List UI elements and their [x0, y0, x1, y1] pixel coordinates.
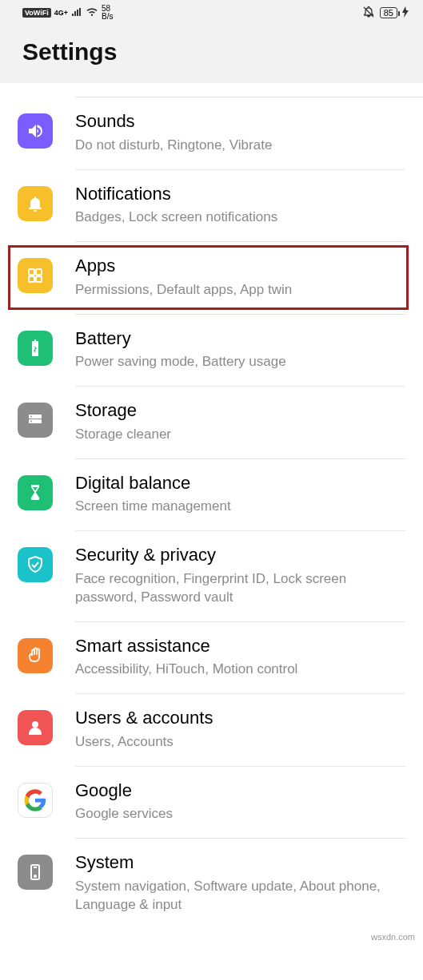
- row-subtitle: Permissions, Default apps, App twin: [75, 281, 405, 300]
- network-speed: 58B/s: [102, 5, 113, 21]
- sounds-icon: [18, 113, 53, 149]
- row-subtitle: Users, Accounts: [75, 733, 405, 752]
- svg-rect-3: [36, 276, 42, 282]
- partial-row-top: [75, 83, 423, 97]
- row-title: Security & privacy: [75, 544, 405, 567]
- row-digital-balance[interactable]: Digital balance Screen time management: [0, 459, 423, 532]
- signal-icon: [71, 7, 82, 19]
- svg-point-7: [30, 421, 32, 423]
- svg-rect-1: [36, 269, 42, 275]
- row-title: Sounds: [75, 110, 405, 133]
- row-subtitle: Face recognition, Fingerprint ID, Lock s…: [75, 570, 405, 607]
- watermark: wsxdn.com: [0, 929, 423, 946]
- status-left: VoWiFi 4G+ 58B/s: [22, 5, 113, 21]
- settings-header: Settings: [0, 22, 423, 83]
- row-title: Digital balance: [75, 472, 405, 495]
- row-battery[interactable]: Battery Power saving mode, Battery usage: [0, 315, 423, 387]
- row-notifications[interactable]: Notifications Badges, Lock screen notifi…: [0, 170, 423, 243]
- system-icon: [18, 855, 53, 890]
- row-security[interactable]: Security & privacy Face recognition, Fin…: [0, 531, 423, 621]
- notifications-icon: [18, 186, 53, 221]
- row-subtitle: Do not disturb, Ringtone, Vibrate: [75, 137, 405, 155]
- row-title: Smart assistance: [75, 635, 405, 658]
- row-users[interactable]: Users & accounts Users, Accounts: [0, 694, 423, 767]
- charging-icon: [402, 6, 409, 20]
- svg-point-8: [32, 721, 38, 728]
- status-right: 85: [362, 6, 409, 21]
- google-icon: [18, 783, 53, 818]
- dnd-icon: [362, 6, 375, 21]
- row-apps[interactable]: Apps Permissions, Default apps, App twin: [0, 242, 423, 315]
- wifi-icon: [86, 7, 98, 19]
- battery-indicator: 85: [380, 7, 397, 18]
- user-icon: [18, 710, 53, 745]
- vowifi-badge: VoWiFi: [22, 8, 51, 18]
- row-subtitle: Google services: [75, 805, 405, 823]
- row-subtitle: Screen time management: [75, 498, 405, 516]
- row-title: Google: [75, 780, 405, 803]
- row-system[interactable]: System System navigation, Software updat…: [0, 839, 423, 928]
- row-title: Notifications: [75, 183, 405, 206]
- row-subtitle: Storage cleaner: [75, 426, 405, 444]
- network-type: 4G+: [54, 9, 68, 17]
- row-title: Apps: [75, 255, 405, 278]
- row-subtitle: Badges, Lock screen notifications: [75, 208, 405, 227]
- row-google[interactable]: Google Google services: [0, 767, 423, 839]
- storage-icon: [18, 403, 53, 438]
- row-title: Battery: [75, 327, 405, 351]
- page-title: Settings: [22, 38, 401, 65]
- apps-icon: [18, 258, 53, 293]
- hand-icon: [18, 638, 53, 673]
- row-subtitle: Accessibility, HiTouch, Motion control: [75, 661, 405, 679]
- battery-icon: [18, 331, 53, 366]
- row-title: Users & accounts: [75, 707, 405, 730]
- row-smart-assist[interactable]: Smart assistance Accessibility, HiTouch,…: [0, 622, 423, 695]
- row-subtitle: System navigation, Software update, Abou…: [75, 878, 405, 915]
- settings-list[interactable]: Sounds Do not disturb, Ringtone, Vibrate…: [0, 83, 423, 929]
- svg-rect-2: [29, 276, 34, 282]
- shield-icon: [18, 547, 53, 582]
- row-title: Storage: [75, 399, 405, 423]
- row-storage[interactable]: Storage Storage cleaner: [0, 387, 423, 459]
- row-sounds[interactable]: Sounds Do not disturb, Ringtone, Vibrate: [0, 97, 423, 170]
- row-title: System: [75, 851, 405, 875]
- svg-point-10: [34, 875, 36, 877]
- svg-rect-0: [29, 269, 34, 275]
- digital-balance-icon: [18, 475, 53, 510]
- row-subtitle: Power saving mode, Battery usage: [75, 353, 405, 371]
- svg-point-6: [30, 416, 32, 418]
- status-bar: VoWiFi 4G+ 58B/s 85: [0, 0, 423, 22]
